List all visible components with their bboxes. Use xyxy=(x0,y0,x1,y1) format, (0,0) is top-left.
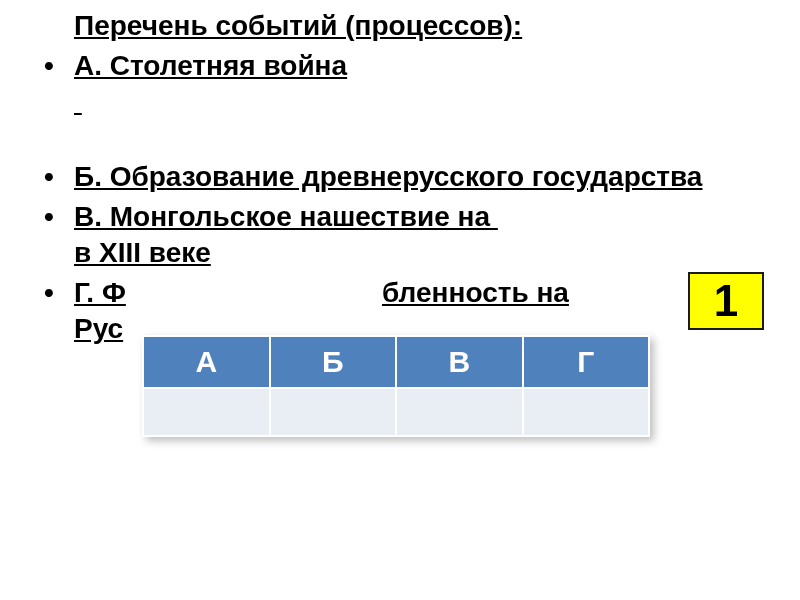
slide-content: Перечень событий (процессов): А. Столетн… xyxy=(0,0,800,347)
col-g: Г xyxy=(523,336,650,388)
item-d-part2: бленность на xyxy=(382,277,569,308)
item-c: В. Монгольское нашествие на Русь в XIII … xyxy=(30,199,770,271)
events-list: А. Столетняя война Б. Образование древне… xyxy=(30,48,770,347)
item-b-text: Б. Образование древнерусского государств… xyxy=(74,161,702,192)
table-row xyxy=(143,388,649,436)
col-b: Б xyxy=(270,336,397,388)
item-c-part2: в XIII веке xyxy=(74,237,211,268)
cell-v[interactable] xyxy=(396,388,523,436)
item-d-part1: Г. Ф xyxy=(74,277,126,308)
col-a: А xyxy=(143,336,270,388)
question-number-badge: 1 xyxy=(688,272,764,330)
answer-table: А Б В Г xyxy=(142,335,650,437)
answer-table-wrap: А Б В Г xyxy=(142,335,650,437)
item-a-text: А. Столетняя война xyxy=(74,50,347,81)
badge-number: 1 xyxy=(714,276,738,326)
cell-b[interactable] xyxy=(270,388,397,436)
list-title: Перечень событий (процессов): xyxy=(74,10,770,42)
item-b: Б. Образование древнерусского государств… xyxy=(30,159,770,195)
col-v: В xyxy=(396,336,523,388)
item-d-part3: Рус xyxy=(74,313,123,344)
table-header-row: А Б В Г xyxy=(143,336,649,388)
cell-g[interactable] xyxy=(523,388,650,436)
cell-a[interactable] xyxy=(143,388,270,436)
item-a: А. Столетняя война xyxy=(30,48,770,155)
item-c-part1: В. Монгольское нашествие на xyxy=(74,201,498,232)
